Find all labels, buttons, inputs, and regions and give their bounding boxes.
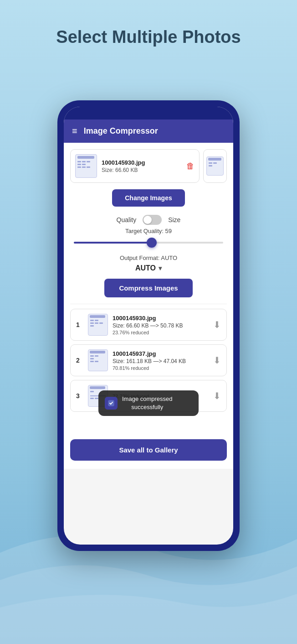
- output-format-label: Output Format: AUTO: [64, 254, 233, 261]
- result-info-1: 1000145930.jpg Size: 66.60 KB —> 50.78 K…: [113, 315, 209, 335]
- quality-size-toggle[interactable]: [143, 215, 162, 225]
- image-selector: 1000145930.jpg Size: 66.60 KB 🗑: [64, 143, 233, 183]
- quality-label: Quality: [117, 216, 137, 223]
- result-reduced-1: 23.76% reduced: [113, 330, 209, 335]
- size-label: Size: [168, 216, 180, 223]
- compress-images-button[interactable]: Compress Images: [104, 279, 192, 297]
- result-number-1: 1: [76, 321, 83, 328]
- secondary-thumbnail: [206, 156, 224, 176]
- result-list: 1 1000145930.jpg Size: 66.60 KB —> 50.78…: [64, 309, 233, 412]
- phone-inner: ≡ Image Compressor 100014: [64, 107, 233, 545]
- toast-notification: Image compressedsuccessfully: [98, 390, 199, 416]
- app-content: 1000145930.jpg Size: 66.60 KB 🗑: [64, 143, 233, 469]
- result-reduced-2: 70.81% reduced: [113, 365, 209, 371]
- phone-notch: [64, 107, 233, 119]
- format-value: AUTO: [135, 264, 156, 272]
- change-images-button[interactable]: Change Images: [112, 189, 184, 207]
- result-info-2: 1000145937.jpg Size: 161.18 KB —> 47.04 …: [113, 350, 209, 371]
- toast-app-icon: [105, 397, 118, 410]
- slider-thumb[interactable]: [147, 238, 157, 248]
- rthumb-line-1: [90, 315, 105, 318]
- slider-fill: [74, 242, 152, 244]
- save-all-button[interactable]: Save all to Gallery: [70, 439, 227, 461]
- thumb-content-2: [207, 161, 223, 175]
- result-size-2: Size: 161.18 KB —> 47.04 KB: [113, 358, 209, 364]
- image-thumbnail: [75, 154, 97, 178]
- result-thumb-1: [88, 314, 108, 336]
- selected-image-card: 1000145930.jpg Size: 66.60 KB 🗑: [70, 149, 200, 183]
- table-row: 1 1000145930.jpg Size: 66.60 KB —> 50.78…: [70, 309, 227, 341]
- quality-size-toggle-row: Quality Size: [64, 215, 233, 225]
- table-row: 3 72.73% reduced ⬇: [70, 380, 227, 412]
- rthumb-line-3: [90, 386, 105, 389]
- toggle-knob: [143, 216, 152, 224]
- quality-slider-section: Target Quality: 59: [64, 228, 233, 247]
- rthumb-line-2: [90, 351, 105, 353]
- result-thumb-2: [88, 349, 108, 371]
- slider-container[interactable]: [74, 238, 223, 247]
- image-filename: 1000145930.jpg: [102, 159, 182, 166]
- image-size: Size: 66.60 KB: [102, 167, 182, 173]
- slider-label: Target Quality: 59: [72, 228, 225, 234]
- chevron-down-icon: ▾: [159, 265, 162, 272]
- notch-bump: [126, 108, 171, 118]
- format-select-dropdown[interactable]: AUTO ▾: [135, 264, 162, 272]
- app-header-title: Image Compressor: [84, 126, 158, 136]
- thumb-line-2: [208, 158, 221, 161]
- download-button-3[interactable]: ⬇: [213, 390, 221, 401]
- app-header: ≡ Image Compressor: [64, 119, 233, 143]
- result-filename-2: 1000145937.jpg: [113, 350, 209, 357]
- delete-image-button[interactable]: 🗑: [186, 161, 195, 171]
- rthumb-content-2: [88, 354, 108, 371]
- phone-mockup: ≡ Image Compressor 100014: [57, 100, 240, 551]
- thumb-content: [76, 160, 97, 177]
- result-size-1: Size: 66.60 KB —> 50.78 KB: [113, 322, 209, 329]
- rthumb-content-1: [88, 318, 108, 335]
- secondary-image-card: [203, 149, 227, 183]
- thumb-line-1: [77, 156, 94, 159]
- divider: [70, 304, 227, 304]
- image-info: 1000145930.jpg Size: 66.60 KB: [102, 159, 182, 173]
- download-button-1[interactable]: ⬇: [213, 319, 221, 330]
- page-title: Select Multiple Photos: [0, 0, 297, 61]
- toast-message: Image compressedsuccessfully: [122, 395, 173, 411]
- download-button-2[interactable]: ⬇: [213, 355, 221, 366]
- output-format-section: Output Format: AUTO AUTO ▾: [64, 254, 233, 272]
- result-number-3: 3: [76, 392, 83, 400]
- hamburger-icon[interactable]: ≡: [72, 126, 77, 136]
- table-row: 2 1000145937.jpg Size: 161.18 KB —> 47.0…: [70, 344, 227, 376]
- result-number-2: 2: [76, 357, 83, 364]
- result-filename-1: 1000145930.jpg: [113, 315, 209, 322]
- slider-track: [74, 242, 223, 244]
